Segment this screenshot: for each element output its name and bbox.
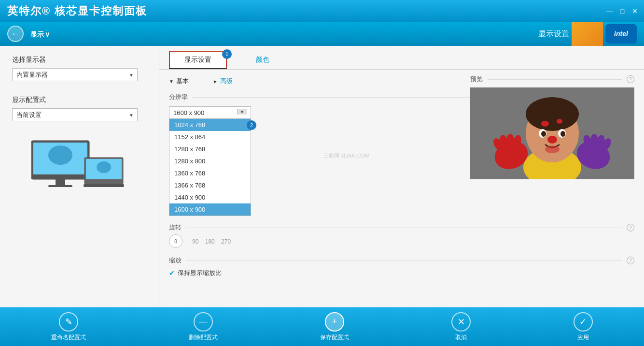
save-label: 保存配置式 <box>320 333 349 342</box>
tab-underline <box>169 68 227 69</box>
scale-checkbox-label: 保持显示缩放比 <box>178 269 222 277</box>
resolution-select-wrapper: 1600 x 900 ▼ <box>169 106 251 119</box>
config-label: 显示配置式 <box>12 96 147 104</box>
rotation-values: 90 180 270 <box>192 238 231 245</box>
resolution-option-1280-768[interactable]: 1280 x 768 <box>169 143 251 155</box>
svg-point-29 <box>560 131 565 137</box>
save-icon: + <box>325 312 344 332</box>
preview-help-icon[interactable]: ? <box>627 75 634 83</box>
tab-display-settings-label: 显示设置 <box>184 56 211 63</box>
delete-icon: — <box>194 312 213 332</box>
config-section: 显示配置式 当前设置 <box>12 96 147 121</box>
svg-point-25 <box>557 119 562 124</box>
nav-right-label: 显示设置 <box>538 29 569 39</box>
right-panel: 显示设置 1 颜色 ▼ 基本 ► 高级 <box>159 46 644 307</box>
tabs-row: 显示设置 1 颜色 <box>159 46 644 70</box>
rotation-0-icon: 0 <box>169 234 182 248</box>
basic-triangle-icon: ▼ <box>169 79 174 84</box>
resolution-dropdown: 1024 x 768 2 1152 x 864 1280 x 768 1280 … <box>169 118 251 216</box>
resolution-option-1280-800[interactable]: 1280 x 800 <box>169 155 251 167</box>
advanced-label: 高级 <box>220 77 233 86</box>
preview-label: 预览 ? <box>470 75 634 84</box>
tab-display-settings[interactable]: 显示设置 1 <box>169 51 227 69</box>
svg-rect-4 <box>48 185 72 187</box>
resolution-option-1152[interactable]: 1152 x 864 <box>169 131 251 143</box>
tab-badge-1: 1 <box>222 49 232 59</box>
dropdown-badge-2: 2 <box>247 120 256 130</box>
scale-checkbox[interactable]: ✔ 保持显示缩放比 <box>169 269 634 277</box>
resolution-option-1440[interactable]: 1440 x 900 <box>169 191 251 203</box>
monitor-select-wrapper: 内置显示器 <box>12 68 138 81</box>
advanced-triangle-icon: ► <box>213 79 218 84</box>
nav-title: 显示∨ <box>29 29 50 39</box>
monitor-select[interactable]: 内置显示器 <box>12 68 138 81</box>
cancel-label: 取消 <box>455 333 467 342</box>
cancel-button[interactable]: ✕ 取消 <box>451 312 471 342</box>
scale-field: 缩放 ? ✔ 保持显示缩放比 <box>169 256 634 277</box>
checkmark-icon: ✔ <box>169 269 175 277</box>
monitor-section: 选择显示器 内置显示器 <box>12 56 147 81</box>
nav-banner-decoration <box>572 22 603 46</box>
main-content: 选择显示器 内置显示器 显示配置式 当前设置 <box>0 46 644 307</box>
preview-image <box>470 87 634 179</box>
svg-point-24 <box>541 121 549 127</box>
save-config-button[interactable]: + 保存配置式 <box>320 312 349 342</box>
rename-label: 重命名配置式 <box>51 333 86 342</box>
svg-point-30 <box>545 145 560 153</box>
apply-label: 应用 <box>577 333 589 342</box>
preview-area: 预览 ? <box>470 75 634 179</box>
watermark: 三联网 3LIAN.COM <box>323 152 369 159</box>
svg-rect-3 <box>56 179 65 185</box>
svg-point-23 <box>547 136 557 144</box>
maximize-button[interactable]: □ <box>618 7 627 15</box>
rotation-help-icon[interactable]: ? <box>627 224 634 231</box>
svg-point-28 <box>541 131 546 137</box>
svg-point-16 <box>506 134 514 147</box>
scale-help-icon[interactable]: ? <box>627 257 634 264</box>
minimize-button[interactable]: — <box>605 7 614 15</box>
monitor-illustration <box>12 136 147 201</box>
advanced-section-header[interactable]: ► 高级 <box>213 77 233 86</box>
rename-config-button[interactable]: ✎ 重命名配置式 <box>51 312 86 342</box>
rotation-field: 旋转 ? 0 90 180 270 <box>169 223 634 249</box>
nav-arrow: ∨ <box>45 30 50 38</box>
window-controls: — □ ✕ <box>605 7 639 15</box>
apply-button[interactable]: ✓ 应用 <box>574 312 593 342</box>
bottom-toolbar: ✎ 重命名配置式 — 删除配置式 + 保存配置式 ✕ 取消 ✓ 应用 <box>0 307 644 346</box>
svg-point-2 <box>48 145 72 165</box>
resolution-select[interactable]: 1600 x 900 ▼ <box>169 106 251 119</box>
resolution-option-1366[interactable]: 1366 x 768 <box>169 179 251 191</box>
back-button[interactable]: ← <box>7 26 24 42</box>
tab-color[interactable]: 颜色 <box>241 52 284 68</box>
title-bar: 英特尔® 核芯显卡控制面板 — □ ✕ <box>0 0 644 22</box>
rotation-0[interactable]: 0 <box>169 234 182 249</box>
app-title: 英特尔® 核芯显卡控制面板 <box>7 4 147 18</box>
svg-point-7 <box>97 161 111 173</box>
sidebar: 选择显示器 内置显示器 显示配置式 当前设置 <box>0 46 159 307</box>
rotation-options: 0 90 180 270 <box>169 234 634 249</box>
monitor-label: 选择显示器 <box>12 56 147 64</box>
delete-config-button[interactable]: — 删除配置式 <box>189 312 218 342</box>
config-select[interactable]: 当前设置 <box>12 108 138 121</box>
config-select-wrapper: 当前设置 <box>12 108 138 121</box>
resolution-option-1360[interactable]: 1360 x 768 <box>169 167 251 179</box>
cancel-icon: ✕ <box>451 312 471 332</box>
scale-label: 缩放 ? <box>169 256 634 265</box>
resolution-option-1024[interactable]: 1024 x 768 2 <box>169 119 251 131</box>
basic-section-header: ▼ 基本 <box>169 77 189 86</box>
rename-icon: ✎ <box>59 312 78 332</box>
nav-bar: ← 显示∨ 显示设置 intel <box>0 22 644 46</box>
rotation-label: 旋转 ? <box>169 223 634 232</box>
tab-color-label: 颜色 <box>256 56 269 63</box>
apply-icon: ✓ <box>574 312 593 332</box>
svg-rect-8 <box>84 184 124 187</box>
resolution-dropdown-arrow[interactable]: ▼ <box>237 109 247 115</box>
delete-label: 删除配置式 <box>189 333 218 342</box>
resolution-option-1600[interactable]: 1600 x 900 <box>169 203 251 216</box>
intel-logo: intel <box>605 24 637 43</box>
basic-label: 基本 <box>176 77 189 86</box>
svg-point-12 <box>526 97 579 131</box>
close-button[interactable]: ✕ <box>630 7 639 15</box>
